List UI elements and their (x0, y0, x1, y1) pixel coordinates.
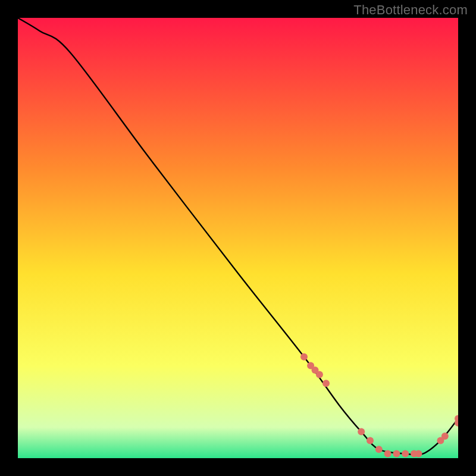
gradient-background (18, 18, 458, 458)
data-marker (375, 446, 383, 453)
plot-area (18, 18, 458, 458)
data-marker (393, 450, 400, 458)
data-marker (415, 450, 422, 458)
data-marker (322, 380, 330, 387)
data-marker (441, 433, 449, 440)
chart-frame: TheBottleneck.com (0, 0, 476, 476)
watermark-text: TheBottleneck.com (353, 2, 468, 18)
data-marker (367, 437, 374, 444)
plot-svg (18, 18, 458, 458)
data-marker (300, 353, 308, 361)
data-marker (384, 450, 392, 458)
data-marker (402, 450, 409, 458)
data-marker (316, 371, 323, 378)
data-marker (358, 428, 365, 436)
